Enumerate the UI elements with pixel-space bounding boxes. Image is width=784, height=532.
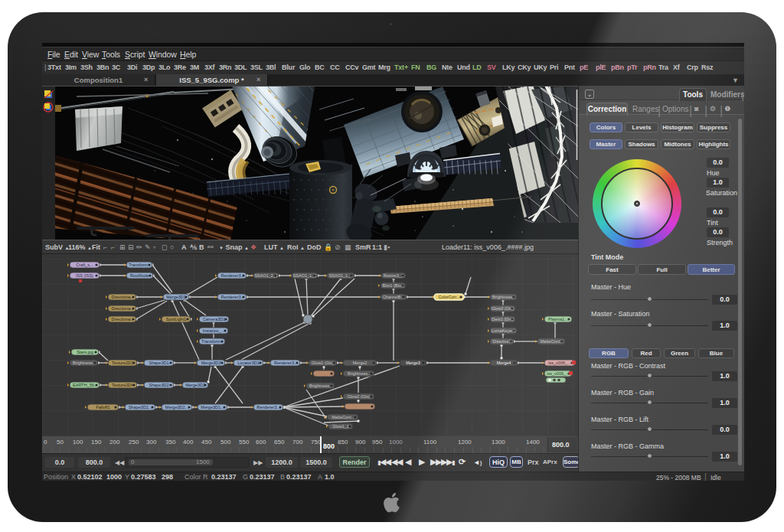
svg-text:Locator3D1: Locator3D1 [237,361,259,365]
svg-text:Glow3 (Glo): Glow3 (Glo) [492,306,514,311]
svg-text:Glow2 (Glo): Glow2 (Glo) [348,394,371,399]
svg-text:Plasma1...: Plasma1... [548,317,568,321]
svg-text:Renderer3..: Renderer3.. [220,295,243,299]
svg-text:Merge3D1: Merge3D1 [166,295,186,299]
svg-text:Directiona..: Directiona.. [112,306,133,311]
svg-text:Merge3D3: Merge3D3 [201,361,221,365]
svg-text:Shape3D2: Shape3D2 [149,383,169,387]
svg-text:Renderer3..: Renderer3.. [274,361,297,365]
svg-text:Craft_s...: Craft_s... [76,263,93,267]
svg-text:Transform..: Transform.. [129,263,150,267]
svg-text:ColorCorr...: ColorCorr... [438,295,460,299]
svg-text:Camera3D1: Camera3D1 [203,317,226,321]
svg-text:SSAO1_1_2: SSAO1_1_2 [293,273,317,278]
svg-text:Merge3: Merge3 [406,361,420,365]
svg-text:ISS (ISS): ISS (ISS) [76,273,93,278]
svg-text:Falloff1: Falloff1 [96,405,110,410]
svg-text:Brightness..: Brightness.. [492,295,515,299]
svg-text:Shape3D2...: Shape3D2... [129,405,152,410]
svg-text:Stars.jpg: Stars.jpg [77,350,93,354]
svg-text:Renderer3...: Renderer3... [256,405,280,410]
svg-text:Directiona..: Directiona.. [112,317,133,321]
svg-text:Transform..: Transform.. [201,339,223,344]
svg-text:Resize3_1: Resize3_1 [384,273,403,278]
svg-text:Merge3D2: Merge3D2 [185,383,205,387]
svg-text:Merge3D2...: Merge3D2... [165,405,189,410]
svg-text:Renderer3..: Renderer3.. [220,273,243,278]
svg-text:Instance_...: Instance_... [203,328,225,333]
svg-text:SSAO1_1_..: SSAO1_1_.. [329,273,353,278]
svg-text:SpotLight1: SpotLight1 [166,317,186,321]
svg-text:Glow1 (Glo): Glow1 (Glo) [312,361,335,365]
svg-text:MatteCont..: MatteCont.. [541,339,563,344]
svg-text:Blur1 (Blur): Blur1 (Blur) [383,283,404,288]
svg-text:ChannelB...: ChannelB... [383,295,405,299]
svg-text:EARTH_56..: EARTH_56.. [73,383,96,387]
svg-text:MatteCont..: MatteCont.. [332,415,354,419]
svg-text:Texture2D3: Texture2D3 [112,361,133,365]
svg-text:Texture2D4: Texture2D4 [112,383,133,387]
svg-text:Shape3D1: Shape3D1 [149,361,169,365]
svg-text:Dent1 (Dnt): Dent1 (Dnt) [492,317,514,321]
svg-text:Merge2: Merge2 [353,361,368,365]
svg-text:Brightness..: Brightness.. [309,383,332,388]
svg-text:Directiona..: Directiona.. [112,295,133,299]
svg-text:iss_v006_...: iss_v006_... [547,371,570,376]
svg-text:LumaKeyer1: LumaKeyer1 [492,328,515,333]
svg-text:Dissolve1: Dissolve1 [493,339,511,344]
svg-text:Merge3D1...: Merge3D1... [201,405,224,410]
svg-text:Glow1_1: Glow1_1 [332,424,349,429]
svg-text:RootNode: RootNode [130,273,149,278]
svg-text:Brightness..: Brightness.. [73,361,96,365]
svg-text:SSAO1_2_1: SSAO1_2_1 [254,273,278,278]
svg-text:Merge4: Merge4 [497,361,511,365]
svg-text:Brightness..: Brightness.. [348,371,371,376]
svg-text:iss_v006_...: iss_v006_... [548,361,571,365]
